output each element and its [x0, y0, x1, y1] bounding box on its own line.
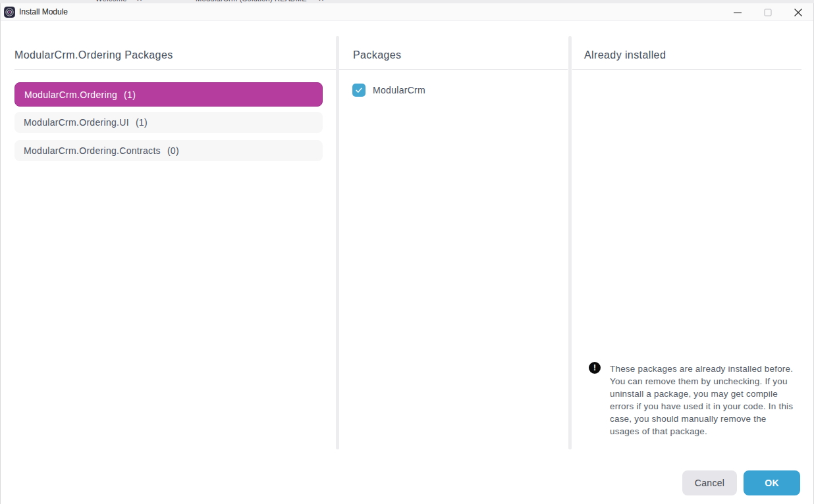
maximize-button[interactable] — [753, 3, 783, 21]
titlebar: Install Module — [1, 3, 813, 21]
package-item-count: (1) — [136, 117, 148, 128]
package-item-ordering[interactable]: ModularCrm.Ordering (1) — [14, 82, 323, 107]
close-button[interactable] — [783, 3, 813, 21]
minimize-button[interactable] — [722, 3, 753, 21]
right-header-divider — [572, 69, 801, 70]
warning-text: These packages are already installed bef… — [610, 363, 795, 438]
app-icon — [4, 7, 15, 18]
package-item-count: (1) — [124, 89, 136, 100]
column-divider — [336, 36, 339, 449]
warning-icon: ! — [589, 362, 601, 374]
package-item-label: ModularCrm.Ordering.Contracts — [24, 145, 161, 156]
package-item-ordering-ui[interactable]: ModularCrm.Ordering.UI (1) — [14, 112, 323, 133]
right-column-header: Already installed — [584, 49, 666, 61]
middle-column-header: Packages — [353, 49, 401, 61]
package-item-count: (0) — [167, 145, 179, 156]
package-checkbox-row[interactable]: ModularCrm — [352, 84, 425, 97]
package-item-label: ModularCrm.Ordering — [24, 89, 117, 100]
cancel-button[interactable]: Cancel — [682, 470, 737, 495]
window-title: Install Module — [19, 7, 68, 16]
column-divider — [568, 36, 572, 449]
install-module-dialog: Install Module ModularCrm.Ordering Packa… — [0, 3, 814, 504]
checkbox-checked[interactable] — [352, 84, 366, 97]
screen: Welcome ✕ ModularCrm (Solution) README ✕… — [0, 0, 814, 504]
left-header-divider — [14, 69, 336, 70]
checkmark-icon — [354, 86, 364, 95]
package-item-ordering-contracts[interactable]: ModularCrm.Ordering.Contracts (0) — [14, 140, 323, 161]
window-controls — [722, 3, 813, 21]
middle-header-divider — [339, 69, 568, 70]
ok-button[interactable]: OK — [744, 470, 800, 495]
package-item-label: ModularCrm.Ordering.UI — [24, 117, 129, 128]
left-column-header: ModularCrm.Ordering Packages — [14, 49, 173, 61]
package-checkbox-label: ModularCrm — [373, 85, 425, 95]
